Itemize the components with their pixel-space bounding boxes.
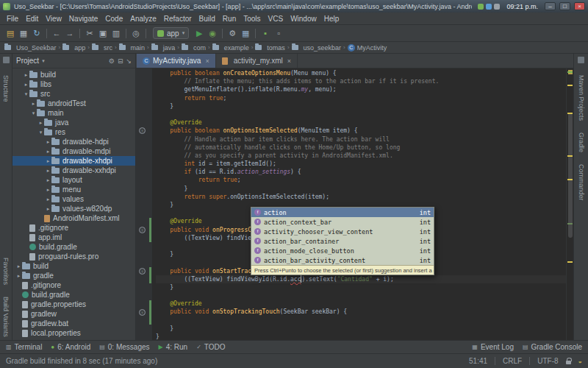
- tree-item-drawable-xxhdpi[interactable]: ▸drawable-xxhdpi: [12, 166, 135, 175]
- copy-icon[interactable]: ▣: [97, 27, 109, 39]
- completion-item-action-bar-container[interactable]: faction_bar_containerint: [251, 236, 434, 246]
- editor-gutter[interactable]: ↑↑↑↑: [136, 68, 152, 340]
- caret-position-widget[interactable]: 51:41: [469, 357, 487, 365]
- menu-analyze[interactable]: Analyze: [126, 14, 160, 24]
- hide-panel-icon[interactable]: ↘: [126, 57, 132, 65]
- tray-icon-blue[interactable]: [486, 4, 492, 10]
- tree-item-drawable-xhdpi[interactable]: ▸drawable-xhdpi: [12, 156, 135, 166]
- tree-item-gradle-properties[interactable]: gradle.properties: [12, 300, 135, 309]
- close-icon[interactable]: ×: [205, 57, 209, 65]
- menu-run[interactable]: Run: [219, 14, 240, 24]
- code-line[interactable]: int id = item.getItemId();: [156, 160, 566, 168]
- menu-refactor[interactable]: Refactor: [160, 14, 196, 24]
- code-line[interactable]: }: [156, 185, 566, 193]
- tree-item-app-iml[interactable]: app.iml: [12, 233, 135, 242]
- breadcrumb-item-uso-seekbar[interactable]: uso_seekbar: [292, 44, 342, 52]
- tree-item-gitignore[interactable]: .gitignore: [12, 223, 135, 233]
- tree-item-build[interactable]: ▸build: [12, 261, 135, 271]
- menu-code[interactable]: Code: [101, 14, 126, 24]
- gear-icon[interactable]: ⚙: [109, 57, 115, 65]
- tree-item-build-gradle[interactable]: build.gradle: [12, 290, 135, 300]
- code-line[interactable]: }: [156, 283, 566, 291]
- menu-vcs[interactable]: VCS: [265, 14, 287, 24]
- menu-tools[interactable]: Tools: [240, 14, 264, 24]
- line-ending-widget[interactable]: CRLF: [495, 357, 522, 365]
- forward-icon[interactable]: →: [64, 27, 76, 39]
- completion-item-activity-chooser-view-content[interactable]: factivity_chooser_view_contentint: [251, 227, 434, 236]
- breadcrumb-item-src[interactable]: src: [92, 44, 112, 52]
- tree-item-proguard-rules-pro[interactable]: proguard-rules.pro: [12, 252, 135, 261]
- stripe-mark[interactable]: [567, 179, 573, 180]
- menu-build[interactable]: Build: [196, 14, 219, 24]
- code-line[interactable]: return super.onOptionsItemSelected(item)…: [156, 193, 566, 201]
- menu-edit[interactable]: Edit: [22, 14, 42, 24]
- breadcrumb-item-com[interactable]: com: [182, 44, 206, 52]
- code-line[interactable]: [156, 110, 566, 118]
- lock-icon[interactable]: [566, 361, 571, 364]
- tool-window-button-event-log[interactable]: ▦Event Log: [472, 343, 514, 351]
- tool-window-button-todo[interactable]: ✓TODO: [196, 343, 225, 351]
- menu-file[interactable]: File: [3, 14, 22, 24]
- editor-scrollbar[interactable]: [566, 68, 573, 340]
- tool-stripe-icon[interactable]: [578, 57, 584, 63]
- code-line[interactable]: [156, 291, 566, 300]
- editor-tab-activity-my-xml[interactable]: activity_my.xml×: [216, 54, 298, 68]
- code-line[interactable]: [156, 316, 566, 325]
- code-line[interactable]: // automatically handle clicks on the Ho…: [156, 144, 566, 152]
- menu-navigate[interactable]: Navigate: [65, 14, 101, 24]
- tree-item-java[interactable]: ▸java: [12, 118, 135, 127]
- paste-icon[interactable]: ▥: [110, 27, 122, 39]
- save-all-icon[interactable]: ▦: [18, 27, 29, 39]
- avd-manager-icon[interactable]: ▫: [273, 27, 284, 39]
- stripe-mark[interactable]: [567, 85, 573, 86]
- tool-window-stripe-gradle[interactable]: Gradle: [578, 132, 585, 152]
- inspections-profile-icon[interactable]: ◒: [578, 358, 582, 365]
- minimize-button[interactable]: –: [545, 2, 556, 10]
- code-line[interactable]: }: [156, 325, 566, 333]
- tree-item-build-gradle[interactable]: build.gradle: [12, 242, 135, 252]
- code-line[interactable]: if (id == R.id.action_settings) {: [156, 168, 566, 176]
- override-method-icon[interactable]: ↑: [139, 127, 146, 134]
- stripe-mark[interactable]: [567, 261, 573, 263]
- tool-stripe-icon[interactable]: [3, 57, 10, 63]
- tree-item-src[interactable]: ▾src: [12, 89, 135, 99]
- maximize-button[interactable]: □: [559, 2, 570, 10]
- code-line[interactable]: public boolean onCreateOptionsMenu(Menu …: [156, 69, 566, 77]
- tree-item-build[interactable]: ▸build: [12, 70, 135, 79]
- open-icon[interactable]: ▤: [4, 27, 16, 39]
- tool-window-button-4-run[interactable]: ▶4: Run: [159, 343, 188, 351]
- project-structure-icon[interactable]: ▦: [240, 27, 251, 39]
- breadcrumb-item-uso-seekbar[interactable]: Uso_Seekbar: [4, 44, 57, 52]
- tree-item-res[interactable]: ▾res: [12, 127, 135, 137]
- tree-item-androidmanifest-xml[interactable]: AndroidManifest.xml: [12, 213, 135, 223]
- tool-window-stripe-structure[interactable]: Structure: [2, 75, 10, 102]
- breadcrumb-item-java[interactable]: java: [151, 44, 176, 52]
- close-button[interactable]: ×: [574, 2, 585, 10]
- cut-icon[interactable]: ✂: [84, 27, 96, 39]
- run-icon[interactable]: ▶: [193, 27, 205, 39]
- breadcrumb-item-app[interactable]: app: [62, 44, 85, 52]
- tree-item-layout[interactable]: ▸layout: [12, 175, 135, 185]
- tool-window-stripe-commander[interactable]: Commander: [578, 164, 585, 201]
- run-config-combo[interactable]: app▾: [153, 27, 189, 39]
- tool-window-stripe-build-variants[interactable]: Build Variants: [2, 297, 10, 337]
- debug-icon[interactable]: ◉: [207, 27, 218, 39]
- override-method-icon[interactable]: ↑: [139, 268, 146, 275]
- back-icon[interactable]: ←: [51, 27, 62, 39]
- sdk-manager-icon[interactable]: ▪: [259, 27, 271, 39]
- tree-item-gitignore[interactable]: .gitignore: [12, 280, 135, 290]
- tool-window-button-terminal[interactable]: ▥Terminal: [6, 343, 42, 351]
- code-line[interactable]: public boolean onOptionsItemSelected(Men…: [156, 127, 566, 135]
- completion-item-action-context-bar[interactable]: faction_context_barint: [251, 217, 434, 227]
- tree-item-drawable-hdpi[interactable]: ▸drawable-hdpi: [12, 137, 135, 146]
- tree-item-gradlew-bat[interactable]: gradlew.bat: [12, 319, 135, 328]
- editor-tab-myactivity-java[interactable]: CMyActivity.java×: [137, 54, 216, 68]
- sync-icon[interactable]: ↻: [31, 27, 43, 39]
- settings-icon[interactable]: ⚙: [226, 27, 238, 39]
- breadcrumb-item-main[interactable]: main: [119, 44, 146, 52]
- code-line[interactable]: public void onStopTrackingTouch(SeekBar …: [156, 308, 566, 316]
- close-icon[interactable]: ×: [287, 57, 291, 65]
- chevron-down-icon[interactable]: ▾: [42, 58, 45, 64]
- override-method-icon[interactable]: ↑: [139, 309, 146, 316]
- tree-item-gradle[interactable]: ▸gradle: [12, 271, 135, 280]
